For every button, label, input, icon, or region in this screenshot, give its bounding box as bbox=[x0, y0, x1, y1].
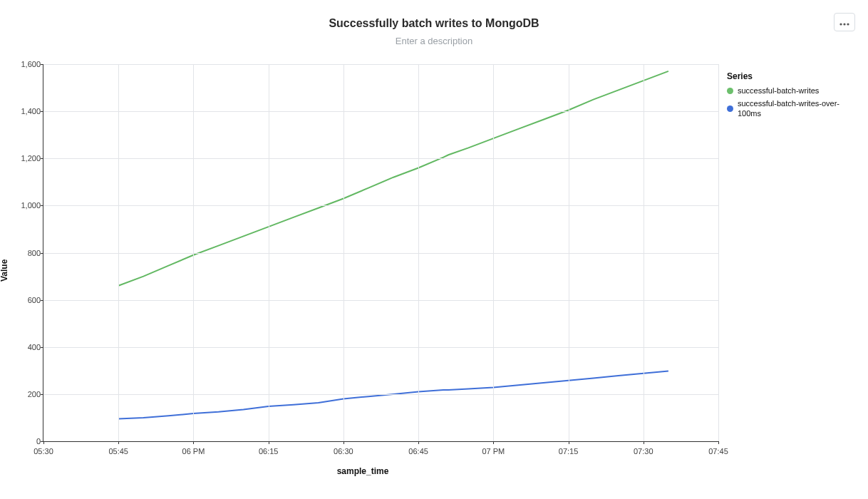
more-options-button[interactable] bbox=[834, 13, 855, 31]
x-tick-label: 07:30 bbox=[634, 447, 653, 456]
y-tick-label: 1,200 bbox=[12, 154, 41, 163]
y-tick-mark bbox=[41, 253, 43, 254]
x-tick-label: 06:15 bbox=[259, 447, 279, 456]
y-axis-label: Value bbox=[0, 259, 9, 282]
legend-title: Series bbox=[727, 71, 862, 81]
x-tick-mark bbox=[418, 441, 419, 444]
y-tick-label: 1,000 bbox=[12, 201, 41, 210]
x-tick-mark bbox=[569, 441, 569, 444]
x-tick-mark bbox=[43, 441, 44, 444]
x-tick-label: 07 PM bbox=[482, 447, 505, 456]
x-tick-mark bbox=[269, 441, 269, 444]
svg-point-2 bbox=[847, 23, 849, 25]
gridline-vertical bbox=[343, 64, 344, 441]
legend-item[interactable]: successful-batch-writes bbox=[727, 86, 862, 96]
chart: Value 02004006008001,0001,2001,4001,6000… bbox=[0, 64, 725, 499]
series-line[interactable] bbox=[118, 371, 668, 419]
svg-point-0 bbox=[839, 23, 842, 25]
y-tick-label: 1,400 bbox=[12, 107, 41, 115]
chart-description[interactable]: Enter a description bbox=[0, 36, 868, 46]
x-tick-mark bbox=[343, 441, 344, 444]
x-tick-label: 07:15 bbox=[559, 447, 579, 456]
y-tick-label: 800 bbox=[12, 249, 41, 257]
gridline-vertical bbox=[493, 64, 494, 441]
legend-swatch-icon bbox=[727, 106, 733, 112]
y-tick-label: 400 bbox=[12, 343, 41, 351]
x-tick-label: 06:30 bbox=[334, 447, 353, 456]
series-line[interactable] bbox=[118, 71, 668, 286]
legend-swatch-icon bbox=[727, 88, 733, 94]
gridline-horizontal bbox=[43, 394, 718, 395]
gridline-horizontal bbox=[43, 253, 718, 254]
y-tick-mark bbox=[41, 158, 43, 159]
x-tick-mark bbox=[193, 441, 194, 444]
x-tick-mark bbox=[718, 441, 719, 444]
gridline-horizontal bbox=[43, 158, 718, 159]
ellipsis-icon bbox=[839, 17, 849, 28]
legend-item[interactable]: successful-batch-writes-over-100ms bbox=[727, 98, 862, 118]
y-tick-mark bbox=[41, 64, 43, 65]
gridline-vertical bbox=[418, 64, 419, 441]
x-tick-label: 05:30 bbox=[33, 447, 53, 456]
svg-point-1 bbox=[843, 23, 845, 25]
x-tick-mark bbox=[644, 441, 644, 444]
chart-title: Successfully batch writes to MongoDB bbox=[0, 17, 868, 30]
gridline-horizontal bbox=[43, 64, 718, 65]
gridline-horizontal bbox=[43, 347, 718, 348]
y-tick-label: 600 bbox=[12, 296, 41, 304]
gridline-horizontal bbox=[43, 205, 718, 206]
gridline-vertical bbox=[644, 64, 644, 441]
y-tick-label: 0 bbox=[12, 437, 41, 446]
plot-area[interactable]: 02004006008001,0001,2001,4001,60005:3005… bbox=[43, 64, 718, 442]
y-tick-mark bbox=[41, 111, 43, 112]
legend: Series successful-batch-writes successfu… bbox=[727, 71, 862, 121]
y-tick-mark bbox=[41, 300, 43, 301]
y-tick-label: 200 bbox=[12, 390, 41, 398]
x-tick-mark bbox=[118, 441, 119, 444]
x-tick-mark bbox=[493, 441, 494, 444]
x-axis-label: sample_time bbox=[0, 466, 725, 476]
y-tick-mark bbox=[41, 205, 43, 206]
gridline-vertical bbox=[193, 64, 194, 441]
legend-label: successful-batch-writes-over-100ms bbox=[738, 98, 862, 118]
gridline-horizontal bbox=[43, 111, 718, 112]
gridline-vertical bbox=[269, 64, 269, 441]
gridline-vertical bbox=[569, 64, 569, 441]
legend-label: successful-batch-writes bbox=[738, 86, 819, 96]
y-tick-label: 1,600 bbox=[12, 60, 41, 68]
x-tick-label: 05:45 bbox=[108, 447, 128, 456]
y-tick-mark bbox=[41, 347, 43, 348]
y-tick-mark bbox=[41, 394, 43, 395]
gridline-vertical bbox=[118, 64, 119, 441]
x-tick-label: 07:45 bbox=[708, 447, 728, 456]
gridline-vertical bbox=[718, 64, 719, 441]
x-tick-label: 06 PM bbox=[182, 447, 205, 456]
gridline-horizontal bbox=[43, 300, 718, 301]
x-tick-label: 06:45 bbox=[408, 447, 428, 456]
